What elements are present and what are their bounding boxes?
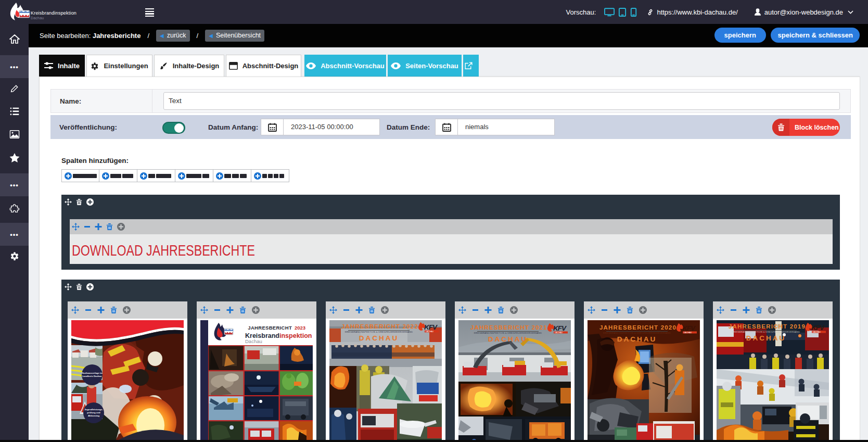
svg-text:prüfung und: prüfung und: [87, 411, 100, 414]
svg-text:Hochwasserlage im: Hochwasserlage im: [82, 372, 103, 374]
svg-text:DOWNLOAD JAHRESBERICHTE: DOWNLOAD JAHRESBERICHTE: [72, 242, 255, 259]
svg-text:Dachau: Dachau: [245, 338, 262, 344]
svg-text:DACHAU: DACHAU: [555, 332, 563, 334]
svg-text:KFV: KFV: [553, 324, 567, 332]
svg-text:KREISBRANDINSPEKTION & KREISFE: KREISBRANDINSPEKTION & KREISFEUERWEHRVER…: [474, 332, 542, 334]
svg-text:KFV: KFV: [811, 324, 825, 332]
svg-text:JAHRESBERICHT 2022: JAHRESBERICHT 2022: [341, 323, 418, 330]
svg-text:JAHRESBERICHT 2019: JAHRESBERICHT 2019: [729, 323, 806, 330]
svg-text:DACHAU: DACHAU: [488, 335, 528, 343]
svg-text:Jugendleistungs-: Jugendleistungs-: [84, 408, 103, 411]
svg-text:Aktionstag: Aktionstag: [88, 414, 100, 417]
svg-text:DACHAU: DACHAU: [426, 331, 434, 333]
svg-text:KREISBRANDINSPEKTION & KREISFE: KREISBRANDINSPEKTION & KREISFEUERWEHRVER…: [345, 331, 413, 333]
svg-text:KFV: KFV: [424, 323, 438, 331]
svg-text:Landkreis Dachau: Landkreis Dachau: [82, 375, 101, 377]
svg-text:JAHRESBERICHT 2021: JAHRESBERICHT 2021: [470, 324, 547, 331]
svg-text:DACHAU: DACHAU: [684, 332, 692, 334]
svg-text:DACHAU: DACHAU: [746, 334, 786, 342]
svg-text:KREISBRANDINSPEKTION & KREISFE: KREISBRANDINSPEKTION & KREISFEUERWEHRVER…: [603, 332, 671, 334]
svg-text:DACHAU: DACHAU: [617, 335, 657, 343]
svg-text:KFV: KFV: [682, 324, 696, 332]
svg-text:DACHAU: DACHAU: [813, 331, 821, 333]
svg-text:JAHRESBERICHT 2020: JAHRESBERICHT 2020: [599, 324, 676, 331]
svg-text:DACHAU: DACHAU: [359, 334, 399, 342]
svg-text:2023: 2023: [295, 325, 305, 331]
svg-text:KREISBRANDINSPEKTION & KREISFE: KREISBRANDINSPEKTION & KREISFEUERWEHRVER…: [732, 331, 800, 333]
svg-text:JAHRESBERICHT: JAHRESBERICHT: [248, 325, 292, 331]
